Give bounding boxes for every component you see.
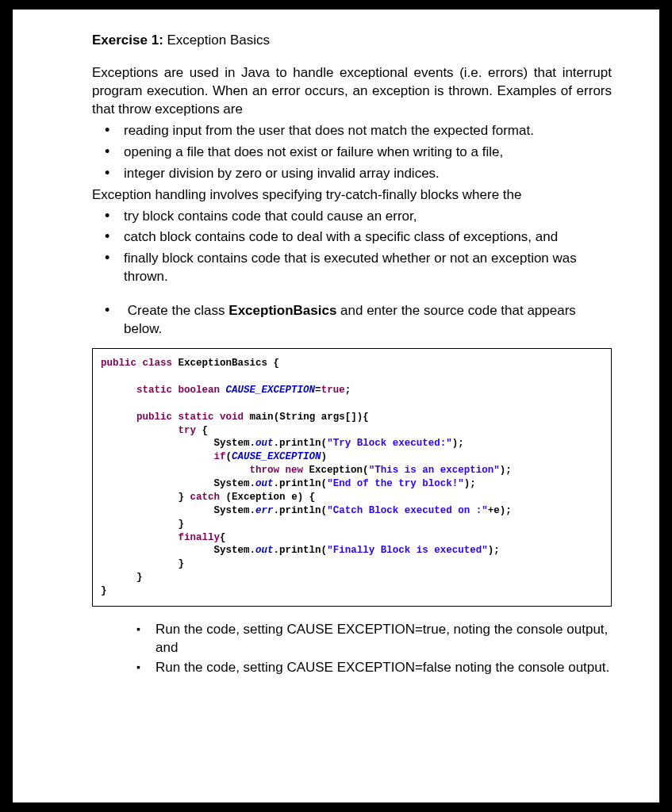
paren: ( bbox=[363, 465, 369, 476]
list-item: try block contains code that could cause… bbox=[124, 206, 612, 226]
class-name: ExceptionBasics bbox=[179, 358, 268, 369]
semicolon: ; bbox=[458, 438, 464, 449]
println: println bbox=[279, 505, 321, 516]
intro-paragraph-1: Exceptions are used in Java to handle ex… bbox=[92, 64, 612, 119]
brace: { bbox=[220, 532, 226, 543]
method-main: main bbox=[250, 412, 274, 423]
system: System bbox=[214, 478, 250, 489]
list-item: opening a file that does not exist or fa… bbox=[124, 142, 612, 162]
out: out bbox=[255, 545, 274, 556]
brace: { bbox=[309, 492, 316, 503]
dot: . bbox=[250, 505, 256, 516]
semicolon: ; bbox=[493, 545, 500, 556]
exception-type: Exception bbox=[309, 465, 363, 476]
equals: = bbox=[315, 385, 321, 396]
paren: ( bbox=[321, 545, 328, 556]
paren: ) bbox=[321, 451, 328, 462]
dot: . bbox=[250, 438, 256, 449]
block-descriptions-list: try block contains code that could cause… bbox=[92, 206, 612, 287]
paren: ( bbox=[321, 478, 328, 489]
dot: . bbox=[274, 478, 280, 489]
list-item: catch block contains code to deal with a… bbox=[124, 227, 612, 247]
kw-void: void bbox=[220, 412, 244, 423]
string-literal: "Try Block executed:" bbox=[327, 438, 452, 449]
brace: } bbox=[101, 585, 107, 596]
list-item: Run the code, setting CAUSE EXCEPTION=fa… bbox=[156, 659, 612, 677]
var-e: e bbox=[493, 505, 500, 516]
system: System bbox=[214, 438, 250, 449]
brace: { bbox=[202, 425, 209, 436]
semicolon: ; bbox=[470, 478, 476, 489]
task-classname: ExceptionBasics bbox=[228, 303, 336, 318]
code-block: public class ExceptionBasics { static bo… bbox=[92, 348, 612, 607]
dot: . bbox=[250, 545, 256, 556]
semicolon: ; bbox=[505, 505, 512, 516]
intro-paragraph-2: Exception handling involves specifying t… bbox=[92, 186, 612, 205]
kw-static: static bbox=[136, 385, 172, 396]
brace: } bbox=[136, 572, 143, 583]
list-item: reading input from the user that does no… bbox=[124, 121, 612, 140]
kw-finally: finally bbox=[179, 532, 221, 543]
document-page: Exercise 1: Exception Basics Exceptions … bbox=[13, 10, 659, 802]
exception-type: Exception bbox=[232, 492, 286, 503]
exercise-label: Exercise 1: bbox=[92, 33, 163, 48]
kw-static: static bbox=[179, 412, 214, 423]
list-item: integer division by zero or using invali… bbox=[124, 163, 612, 183]
brace: } bbox=[179, 558, 185, 569]
kw-boolean: boolean bbox=[179, 385, 221, 396]
system: System bbox=[214, 505, 250, 516]
paren: ( bbox=[226, 492, 232, 503]
const-name: CAUSE_EXCEPTION bbox=[226, 385, 316, 396]
task-list: Create the class ExceptionBasics and ent… bbox=[92, 301, 612, 339]
dot: . bbox=[274, 438, 280, 449]
err: err bbox=[255, 505, 274, 516]
kw-true: true bbox=[321, 385, 345, 396]
string-literal: "This is an exception" bbox=[369, 465, 500, 476]
dot: . bbox=[274, 545, 280, 556]
exercise-heading: Exercise 1: Exception Basics bbox=[92, 32, 612, 50]
paren: ( bbox=[321, 438, 328, 449]
brace: } bbox=[179, 519, 185, 530]
kw-new: new bbox=[286, 465, 304, 476]
kw-public: public bbox=[101, 358, 136, 369]
run-instructions-list: Run the code, setting CAUSE EXCEPTION=tr… bbox=[92, 621, 612, 677]
list-item: finally block contains code that is exec… bbox=[124, 248, 612, 286]
task-prefix: Create the class bbox=[128, 303, 229, 318]
kw-public: public bbox=[136, 412, 172, 423]
out: out bbox=[255, 478, 274, 489]
var-e: e bbox=[291, 492, 298, 503]
error-examples-list: reading input from the user that does no… bbox=[92, 121, 612, 183]
brace: { bbox=[274, 358, 280, 369]
kw-if: if bbox=[214, 451, 226, 462]
brace: } bbox=[179, 492, 185, 503]
kw-try: try bbox=[179, 425, 197, 436]
kw-throw: throw bbox=[250, 465, 280, 476]
string-literal: "Finally Block is executed" bbox=[327, 545, 488, 556]
dot: . bbox=[250, 478, 256, 489]
println: println bbox=[279, 545, 321, 556]
exercise-title: Exception Basics bbox=[163, 33, 270, 48]
kw-catch: catch bbox=[190, 492, 221, 503]
kw-class: class bbox=[143, 358, 173, 369]
paren: ( bbox=[274, 412, 280, 423]
const-name: CAUSE_EXCEPTION bbox=[232, 451, 321, 462]
string-literal: "End of the try block!" bbox=[327, 478, 464, 489]
println: println bbox=[279, 478, 321, 489]
out: out bbox=[255, 438, 274, 449]
println: println bbox=[279, 438, 321, 449]
paren: ( bbox=[226, 451, 232, 462]
semicolon: ; bbox=[345, 385, 351, 396]
args: args[] bbox=[321, 412, 357, 423]
type-string: String bbox=[279, 412, 315, 423]
semicolon: ; bbox=[505, 465, 512, 476]
task-item: Create the class ExceptionBasics and ent… bbox=[124, 301, 612, 339]
paren: ) bbox=[298, 492, 304, 503]
list-item: Run the code, setting CAUSE EXCEPTION=tr… bbox=[156, 621, 612, 657]
string-literal: "Catch Block executed on :" bbox=[327, 505, 488, 516]
paren: ( bbox=[321, 505, 328, 516]
dot: . bbox=[274, 505, 280, 516]
system: System bbox=[214, 545, 250, 556]
brace: { bbox=[363, 412, 369, 423]
